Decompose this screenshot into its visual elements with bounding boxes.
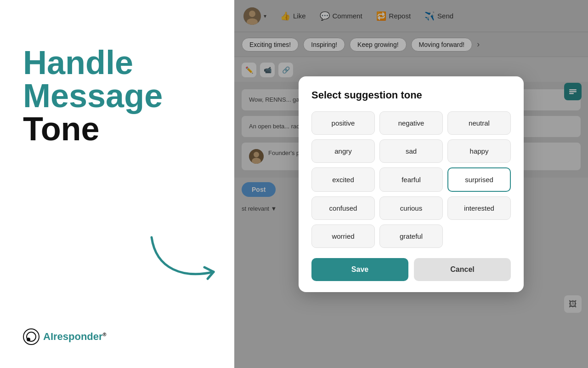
cancel-button[interactable]: Cancel bbox=[414, 258, 511, 281]
tone-btn-sad[interactable]: sad bbox=[379, 139, 443, 163]
left-panel: Handle Message Tone AIresponder® bbox=[0, 0, 234, 368]
tone-btn-excited[interactable]: excited bbox=[311, 167, 375, 192]
headline-line3: Tone bbox=[23, 112, 216, 145]
headline-line1: Handle bbox=[23, 46, 216, 79]
tone-grid: positivenegativeneutralangrysadhappyexci… bbox=[311, 111, 511, 248]
tone-selection-modal: Select suggestion tone positivenegativen… bbox=[299, 76, 524, 292]
tone-btn-neutral[interactable]: neutral bbox=[447, 111, 511, 135]
svg-point-0 bbox=[23, 329, 39, 345]
tone-btn-fearful[interactable]: fearful bbox=[379, 167, 443, 192]
modal-title: Select suggestion tone bbox=[311, 89, 511, 101]
tone-btn-curious[interactable]: curious bbox=[379, 196, 443, 220]
tone-btn-happy[interactable]: happy bbox=[447, 139, 511, 163]
save-button[interactable]: Save bbox=[311, 258, 408, 281]
tone-btn-positive[interactable]: positive bbox=[311, 111, 375, 135]
brand-logo: AIresponder® bbox=[23, 328, 216, 345]
tone-btn-angry[interactable]: angry bbox=[311, 139, 375, 163]
tone-btn-negative[interactable]: negative bbox=[379, 111, 443, 135]
headline: Handle Message Tone bbox=[23, 46, 216, 145]
tone-btn-grateful[interactable]: grateful bbox=[379, 224, 443, 248]
headline-line2: Message bbox=[23, 79, 216, 112]
arrow-decoration bbox=[147, 233, 220, 290]
modal-actions: Save Cancel bbox=[311, 258, 511, 281]
right-panel: ▾ 👍 Like 💬 Comment 🔁 Repost ✈️ Send Exci… bbox=[234, 0, 588, 368]
brand-name: AIresponder® bbox=[43, 331, 107, 343]
tone-btn-interested[interactable]: interested bbox=[447, 196, 511, 220]
svg-point-2 bbox=[27, 338, 30, 341]
modal-overlay: Select suggestion tone positivenegativen… bbox=[234, 0, 588, 368]
tone-btn-surprised[interactable]: surprised bbox=[447, 167, 511, 192]
tone-btn-confused[interactable]: confused bbox=[311, 196, 375, 220]
app-background: ▾ 👍 Like 💬 Comment 🔁 Repost ✈️ Send Exci… bbox=[234, 0, 588, 368]
brand-icon bbox=[23, 328, 40, 345]
tone-btn-worried[interactable]: worried bbox=[311, 224, 375, 248]
